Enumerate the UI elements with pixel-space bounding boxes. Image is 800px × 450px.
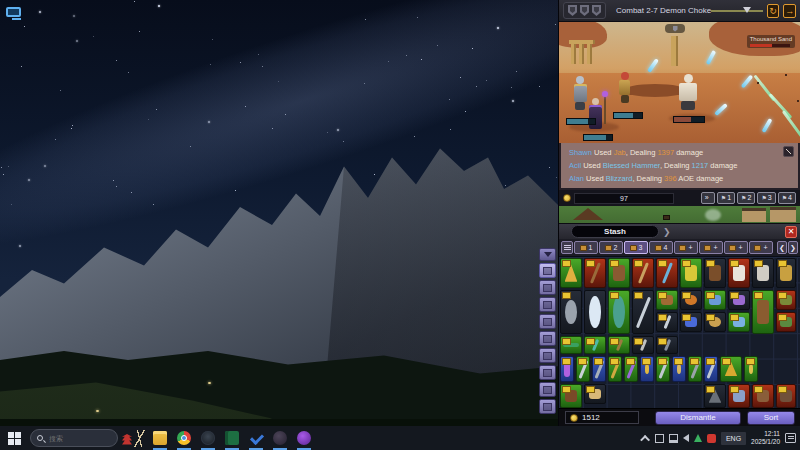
stash-item[interactable] (680, 258, 702, 288)
stash-inventory-grid[interactable] (559, 256, 800, 408)
taskbar-app-excel[interactable] (220, 426, 244, 450)
dismantle-button[interactable]: Dismantle (655, 411, 741, 425)
side-menu-hammer-icon[interactable] (539, 314, 556, 329)
stash-item[interactable] (632, 258, 654, 288)
stash-item[interactable] (752, 384, 774, 408)
clock[interactable]: 12:11 2025/1/20 (751, 430, 780, 446)
battle-speed-button[interactable]: » (701, 192, 715, 204)
tray-red-icon[interactable] (707, 434, 716, 443)
taskbar-app-chrome[interactable] (172, 426, 196, 450)
taskbar-app-todo[interactable] (244, 426, 268, 450)
stash-item[interactable] (776, 312, 796, 332)
bag-tab-4[interactable]: 4 (649, 241, 673, 254)
desktop-shortcut-computer-icon[interactable] (6, 7, 26, 25)
stash-item[interactable] (608, 258, 630, 288)
sort-button[interactable]: Sort (747, 411, 795, 425)
stash-item[interactable] (656, 336, 678, 354)
stash-item[interactable] (776, 384, 796, 408)
side-menu-chest-icon[interactable] (539, 331, 556, 346)
stash-item[interactable] (680, 312, 702, 332)
stash-item[interactable] (560, 356, 574, 382)
stash-item[interactable] (608, 356, 622, 382)
stash-item[interactable] (632, 290, 654, 334)
shield-icon[interactable] (592, 5, 601, 16)
side-menu-book-icon[interactable] (539, 297, 556, 312)
shield-icon[interactable] (580, 5, 589, 16)
stash-item[interactable] (728, 384, 750, 408)
bag-tab-6[interactable]: + (699, 241, 723, 254)
stash-item[interactable] (560, 258, 582, 288)
side-menu-gear-icon[interactable] (539, 399, 556, 414)
stash-item[interactable] (728, 312, 750, 332)
taskbar-search[interactable] (30, 429, 118, 447)
volume-icon[interactable] (683, 434, 689, 442)
side-menu-list-icon[interactable] (539, 382, 556, 397)
stash-item[interactable] (584, 336, 606, 354)
stash-item[interactable] (632, 336, 654, 354)
side-menu-sword-icon[interactable] (539, 348, 556, 363)
stash-item[interactable] (656, 312, 678, 332)
stash-item[interactable] (704, 384, 726, 408)
exit-stage-button[interactable]: → (783, 4, 796, 18)
display-icon[interactable] (669, 434, 678, 443)
bag-tab-7[interactable]: + (724, 241, 748, 254)
party-tab-3[interactable]: ⚑3 (757, 192, 775, 204)
start-button[interactable] (0, 426, 28, 450)
stash-item[interactable] (584, 384, 606, 404)
bag-tab-2[interactable]: 2 (599, 241, 623, 254)
bag-tab-1[interactable]: 1 (574, 241, 598, 254)
stash-item[interactable] (608, 336, 630, 354)
stash-item[interactable] (704, 258, 726, 288)
stash-item[interactable] (576, 356, 590, 382)
tab-stash[interactable]: Stash (571, 225, 659, 238)
stash-item[interactable] (656, 356, 670, 382)
stash-item[interactable] (656, 290, 678, 310)
stash-item[interactable] (624, 356, 638, 382)
stash-item[interactable] (608, 290, 630, 334)
taskbar-app-file-explorer[interactable] (148, 426, 172, 450)
shield-icon[interactable] (568, 5, 577, 16)
stash-item[interactable] (728, 290, 750, 310)
taskbar-app-discord[interactable] (268, 426, 292, 450)
search-input[interactable] (47, 434, 107, 443)
language-indicator[interactable]: ENG (721, 432, 746, 445)
side-menu-helmet-icon[interactable] (539, 280, 556, 295)
difficulty-shield-group[interactable] (563, 2, 606, 19)
stash-item[interactable] (776, 290, 796, 310)
side-menu-bag-icon[interactable] (539, 263, 556, 278)
party-tab-2[interactable]: ⚑2 (737, 192, 755, 204)
game-title-bar[interactable]: Combat 2-7 Demon Choke ↻ → (559, 0, 800, 22)
stash-item[interactable] (744, 356, 758, 382)
stash-item[interactable] (672, 356, 686, 382)
tray-green-icon[interactable] (694, 434, 702, 442)
side-menu-bell-icon[interactable] (539, 365, 556, 380)
bag-filter-button[interactable] (561, 241, 573, 254)
stash-item[interactable] (560, 384, 582, 408)
slider-handle-icon[interactable] (743, 7, 751, 13)
stash-item[interactable] (752, 258, 774, 288)
bag-prev-button[interactable]: ❮ (777, 241, 787, 254)
stash-item[interactable] (680, 290, 702, 310)
stash-item[interactable] (584, 290, 606, 334)
stash-item[interactable] (752, 290, 774, 334)
bag-tab-5[interactable]: + (674, 241, 698, 254)
close-stash-button[interactable]: ✕ (785, 226, 797, 238)
stash-item[interactable] (688, 356, 702, 382)
stash-item[interactable] (728, 258, 750, 288)
stash-item[interactable] (720, 356, 742, 382)
tray-overflow-icon[interactable] (640, 434, 650, 444)
notification-center-icon[interactable] (785, 433, 796, 443)
party-tab-4[interactable]: ⚑4 (778, 192, 796, 204)
progress-slider[interactable] (711, 10, 763, 12)
stash-item[interactable] (656, 258, 678, 288)
stash-item[interactable] (640, 356, 654, 382)
side-menu-chevron-down-icon[interactable] (539, 248, 556, 261)
bag-tab-8[interactable]: + (749, 241, 773, 254)
bag-tab-3[interactable]: 3 (624, 241, 648, 254)
party-tab-1[interactable]: ⚑1 (717, 192, 735, 204)
taskbar-app-game-app[interactable] (292, 426, 316, 450)
stash-item[interactable] (560, 336, 582, 354)
stash-item[interactable] (584, 258, 606, 288)
stash-item[interactable] (704, 312, 726, 332)
stash-item[interactable] (704, 356, 718, 382)
